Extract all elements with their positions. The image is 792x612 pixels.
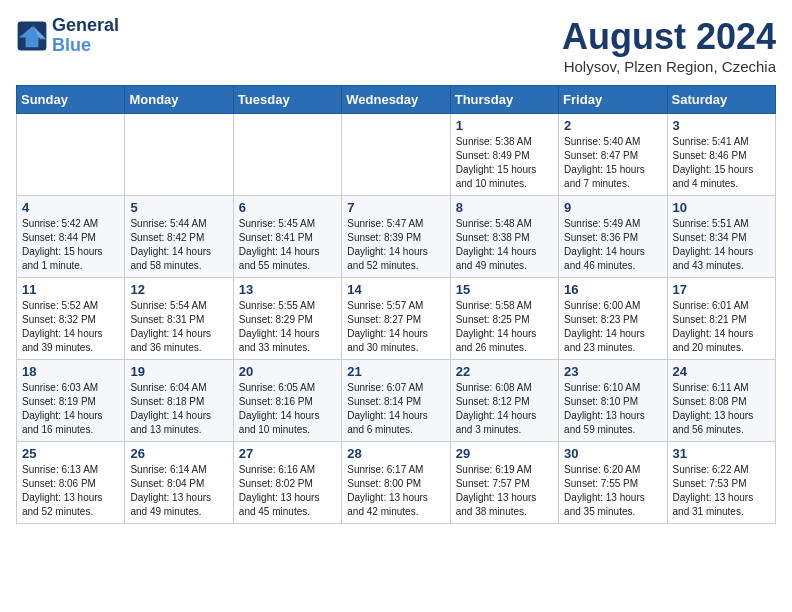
location: Holysov, Plzen Region, Czechia bbox=[562, 58, 776, 75]
col-thursday: Thursday bbox=[450, 86, 558, 114]
day-info: Sunrise: 6:19 AMSunset: 7:57 PMDaylight:… bbox=[456, 463, 553, 519]
calendar-cell-w1-d2 bbox=[125, 114, 233, 196]
day-info: Sunrise: 6:13 AMSunset: 8:06 PMDaylight:… bbox=[22, 463, 119, 519]
day-number: 18 bbox=[22, 364, 119, 379]
calendar-cell-w5-d7: 31Sunrise: 6:22 AMSunset: 7:53 PMDayligh… bbox=[667, 442, 775, 524]
day-number: 10 bbox=[673, 200, 770, 215]
calendar-cell-w3-d2: 12Sunrise: 5:54 AMSunset: 8:31 PMDayligh… bbox=[125, 278, 233, 360]
day-info: Sunrise: 5:55 AMSunset: 8:29 PMDaylight:… bbox=[239, 299, 336, 355]
month-year: August 2024 bbox=[562, 16, 776, 58]
calendar-cell-w5-d6: 30Sunrise: 6:20 AMSunset: 7:55 PMDayligh… bbox=[559, 442, 667, 524]
col-saturday: Saturday bbox=[667, 86, 775, 114]
day-number: 26 bbox=[130, 446, 227, 461]
day-number: 20 bbox=[239, 364, 336, 379]
calendar-cell-w4-d7: 24Sunrise: 6:11 AMSunset: 8:08 PMDayligh… bbox=[667, 360, 775, 442]
day-number: 19 bbox=[130, 364, 227, 379]
day-number: 27 bbox=[239, 446, 336, 461]
day-info: Sunrise: 6:05 AMSunset: 8:16 PMDaylight:… bbox=[239, 381, 336, 437]
calendar-cell-w2-d6: 9Sunrise: 5:49 AMSunset: 8:36 PMDaylight… bbox=[559, 196, 667, 278]
day-number: 11 bbox=[22, 282, 119, 297]
day-number: 7 bbox=[347, 200, 444, 215]
day-number: 12 bbox=[130, 282, 227, 297]
calendar-cell-w4-d4: 21Sunrise: 6:07 AMSunset: 8:14 PMDayligh… bbox=[342, 360, 450, 442]
day-info: Sunrise: 5:42 AMSunset: 8:44 PMDaylight:… bbox=[22, 217, 119, 273]
day-info: Sunrise: 6:20 AMSunset: 7:55 PMDaylight:… bbox=[564, 463, 661, 519]
day-info: Sunrise: 5:52 AMSunset: 8:32 PMDaylight:… bbox=[22, 299, 119, 355]
logo-line1: General bbox=[52, 16, 119, 36]
day-number: 2 bbox=[564, 118, 661, 133]
logo-text: General Blue bbox=[52, 16, 119, 56]
day-number: 15 bbox=[456, 282, 553, 297]
calendar-cell-w4-d5: 22Sunrise: 6:08 AMSunset: 8:12 PMDayligh… bbox=[450, 360, 558, 442]
calendar-cell-w3-d6: 16Sunrise: 6:00 AMSunset: 8:23 PMDayligh… bbox=[559, 278, 667, 360]
col-tuesday: Tuesday bbox=[233, 86, 341, 114]
title-area: August 2024 Holysov, Plzen Region, Czech… bbox=[562, 16, 776, 75]
calendar-cell-w1-d4 bbox=[342, 114, 450, 196]
logo-icon bbox=[16, 20, 48, 52]
day-info: Sunrise: 5:40 AMSunset: 8:47 PMDaylight:… bbox=[564, 135, 661, 191]
day-info: Sunrise: 5:47 AMSunset: 8:39 PMDaylight:… bbox=[347, 217, 444, 273]
calendar-cell-w5-d3: 27Sunrise: 6:16 AMSunset: 8:02 PMDayligh… bbox=[233, 442, 341, 524]
day-number: 29 bbox=[456, 446, 553, 461]
calendar-cell-w2-d3: 6Sunrise: 5:45 AMSunset: 8:41 PMDaylight… bbox=[233, 196, 341, 278]
day-number: 24 bbox=[673, 364, 770, 379]
day-info: Sunrise: 5:45 AMSunset: 8:41 PMDaylight:… bbox=[239, 217, 336, 273]
logo: General Blue bbox=[16, 16, 119, 56]
calendar-cell-w2-d4: 7Sunrise: 5:47 AMSunset: 8:39 PMDaylight… bbox=[342, 196, 450, 278]
day-number: 22 bbox=[456, 364, 553, 379]
day-info: Sunrise: 6:08 AMSunset: 8:12 PMDaylight:… bbox=[456, 381, 553, 437]
day-info: Sunrise: 6:17 AMSunset: 8:00 PMDaylight:… bbox=[347, 463, 444, 519]
calendar: Sunday Monday Tuesday Wednesday Thursday… bbox=[16, 85, 776, 524]
calendar-cell-w4-d3: 20Sunrise: 6:05 AMSunset: 8:16 PMDayligh… bbox=[233, 360, 341, 442]
calendar-cell-w4-d2: 19Sunrise: 6:04 AMSunset: 8:18 PMDayligh… bbox=[125, 360, 233, 442]
calendar-cell-w2-d2: 5Sunrise: 5:44 AMSunset: 8:42 PMDaylight… bbox=[125, 196, 233, 278]
day-number: 3 bbox=[673, 118, 770, 133]
day-number: 17 bbox=[673, 282, 770, 297]
calendar-cell-w1-d1 bbox=[17, 114, 125, 196]
day-info: Sunrise: 5:54 AMSunset: 8:31 PMDaylight:… bbox=[130, 299, 227, 355]
logo-line2: Blue bbox=[52, 36, 119, 56]
calendar-week-3: 11Sunrise: 5:52 AMSunset: 8:32 PMDayligh… bbox=[17, 278, 776, 360]
day-number: 28 bbox=[347, 446, 444, 461]
calendar-cell-w5-d5: 29Sunrise: 6:19 AMSunset: 7:57 PMDayligh… bbox=[450, 442, 558, 524]
header: General Blue August 2024 Holysov, Plzen … bbox=[16, 16, 776, 75]
day-info: Sunrise: 5:58 AMSunset: 8:25 PMDaylight:… bbox=[456, 299, 553, 355]
day-info: Sunrise: 6:01 AMSunset: 8:21 PMDaylight:… bbox=[673, 299, 770, 355]
calendar-header-row: Sunday Monday Tuesday Wednesday Thursday… bbox=[17, 86, 776, 114]
day-info: Sunrise: 5:51 AMSunset: 8:34 PMDaylight:… bbox=[673, 217, 770, 273]
day-info: Sunrise: 6:22 AMSunset: 7:53 PMDaylight:… bbox=[673, 463, 770, 519]
day-info: Sunrise: 5:57 AMSunset: 8:27 PMDaylight:… bbox=[347, 299, 444, 355]
calendar-cell-w2-d5: 8Sunrise: 5:48 AMSunset: 8:38 PMDaylight… bbox=[450, 196, 558, 278]
calendar-cell-w2-d1: 4Sunrise: 5:42 AMSunset: 8:44 PMDaylight… bbox=[17, 196, 125, 278]
calendar-cell-w5-d1: 25Sunrise: 6:13 AMSunset: 8:06 PMDayligh… bbox=[17, 442, 125, 524]
day-info: Sunrise: 5:48 AMSunset: 8:38 PMDaylight:… bbox=[456, 217, 553, 273]
day-info: Sunrise: 6:04 AMSunset: 8:18 PMDaylight:… bbox=[130, 381, 227, 437]
day-info: Sunrise: 6:07 AMSunset: 8:14 PMDaylight:… bbox=[347, 381, 444, 437]
day-info: Sunrise: 5:44 AMSunset: 8:42 PMDaylight:… bbox=[130, 217, 227, 273]
day-number: 4 bbox=[22, 200, 119, 215]
calendar-cell-w3-d3: 13Sunrise: 5:55 AMSunset: 8:29 PMDayligh… bbox=[233, 278, 341, 360]
day-info: Sunrise: 6:14 AMSunset: 8:04 PMDaylight:… bbox=[130, 463, 227, 519]
day-info: Sunrise: 6:00 AMSunset: 8:23 PMDaylight:… bbox=[564, 299, 661, 355]
day-number: 30 bbox=[564, 446, 661, 461]
calendar-cell-w5-d2: 26Sunrise: 6:14 AMSunset: 8:04 PMDayligh… bbox=[125, 442, 233, 524]
calendar-cell-w4-d6: 23Sunrise: 6:10 AMSunset: 8:10 PMDayligh… bbox=[559, 360, 667, 442]
calendar-cell-w2-d7: 10Sunrise: 5:51 AMSunset: 8:34 PMDayligh… bbox=[667, 196, 775, 278]
calendar-cell-w1-d3 bbox=[233, 114, 341, 196]
col-monday: Monday bbox=[125, 86, 233, 114]
day-number: 5 bbox=[130, 200, 227, 215]
calendar-cell-w5-d4: 28Sunrise: 6:17 AMSunset: 8:00 PMDayligh… bbox=[342, 442, 450, 524]
calendar-week-4: 18Sunrise: 6:03 AMSunset: 8:19 PMDayligh… bbox=[17, 360, 776, 442]
calendar-week-5: 25Sunrise: 6:13 AMSunset: 8:06 PMDayligh… bbox=[17, 442, 776, 524]
calendar-cell-w3-d1: 11Sunrise: 5:52 AMSunset: 8:32 PMDayligh… bbox=[17, 278, 125, 360]
day-info: Sunrise: 6:16 AMSunset: 8:02 PMDaylight:… bbox=[239, 463, 336, 519]
calendar-cell-w1-d5: 1Sunrise: 5:38 AMSunset: 8:49 PMDaylight… bbox=[450, 114, 558, 196]
day-number: 21 bbox=[347, 364, 444, 379]
col-sunday: Sunday bbox=[17, 86, 125, 114]
day-number: 1 bbox=[456, 118, 553, 133]
day-info: Sunrise: 5:41 AMSunset: 8:46 PMDaylight:… bbox=[673, 135, 770, 191]
day-number: 9 bbox=[564, 200, 661, 215]
calendar-cell-w1-d7: 3Sunrise: 5:41 AMSunset: 8:46 PMDaylight… bbox=[667, 114, 775, 196]
day-number: 16 bbox=[564, 282, 661, 297]
col-friday: Friday bbox=[559, 86, 667, 114]
